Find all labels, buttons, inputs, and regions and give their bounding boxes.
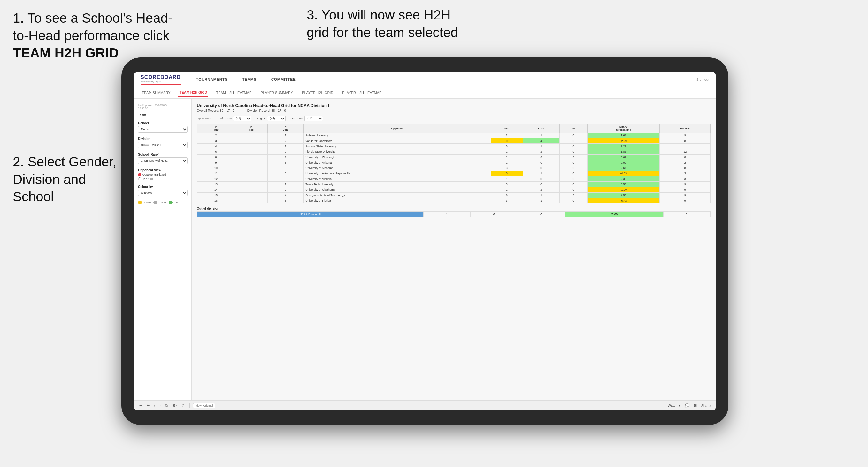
subnav-team-h2h-heatmap[interactable]: TEAM H2H HEATMAP (215, 89, 253, 96)
team-section: Team (138, 114, 188, 117)
view-original-btn[interactable]: View: Original (193, 403, 215, 408)
clock-btn[interactable]: ⏱ (180, 403, 186, 408)
td-reg (235, 165, 268, 171)
td-reg (235, 144, 268, 149)
td-reg (235, 171, 268, 176)
out-div-row: NCAA Division II 1 0 0 26.00 3 (197, 212, 711, 217)
annotation-1-bold: TEAM H2H GRID (13, 45, 119, 60)
td-reg (235, 133, 268, 138)
gender-select[interactable]: Men's (138, 126, 188, 132)
toolbar: ↩ ↪ ‹ › ⧉ ⊡ · ⏱ View: Original Watch ▾ 💬… (134, 400, 716, 410)
table-row: 142University of Oklahoma120-1.009 (197, 187, 711, 193)
nav-committee[interactable]: COMMITTEE (269, 76, 299, 83)
subnav-player-h2h-grid[interactable]: PLAYER H2H GRID (301, 89, 335, 96)
radio-opponents-played[interactable]: Opponents Played (138, 173, 188, 176)
table-row: 21Auburn University2101.679 (197, 133, 711, 138)
subnav-player-h2h-heatmap[interactable]: PLAYER H2H HEATMAP (341, 89, 383, 96)
subnav-team-summary[interactable]: TEAM SUMMARY (141, 89, 172, 96)
td-opponent: University of Virginia (304, 176, 491, 182)
undo-btn[interactable]: ↩ (138, 403, 144, 408)
opponent-select[interactable]: (All) (305, 116, 323, 121)
td-win: 0 (491, 171, 523, 176)
nav-sign-out[interactable]: | Sign out (694, 77, 709, 82)
th-loss: Loss (523, 124, 559, 133)
logo-bar (141, 84, 181, 85)
td-conf: 5 (268, 165, 304, 171)
out-div-division: NCAA Division II (197, 212, 424, 217)
annotation-1-text2: to-Head performance click (13, 28, 169, 43)
subnav-player-summary[interactable]: PLAYER SUMMARY (259, 89, 294, 96)
td-win: 3 (491, 165, 523, 171)
fwd-btn[interactable]: › (158, 403, 162, 408)
td-rank: 10 (197, 165, 235, 171)
td-loss: 0 (523, 155, 559, 160)
td-loss: 1 (523, 193, 559, 198)
table-row: 105University of Alabama3002.618 (197, 165, 711, 171)
subnav-team-h2h-grid[interactable]: TEAM H2H GRID (178, 89, 209, 97)
td-tie: 0 (559, 133, 587, 138)
copy-btn[interactable]: ⧉ (164, 403, 169, 408)
td-conf: 4 (268, 193, 304, 198)
out-div-rounds: 3 (663, 212, 710, 217)
radio-top100[interactable]: Top 100 (138, 177, 188, 181)
td-opponent: Georgia Institute of Technology (304, 193, 491, 198)
td-reg (235, 149, 268, 155)
table-row: 163University of Florida310-6.429 (197, 198, 711, 204)
td-reg (235, 176, 268, 182)
school-label: School (Rank) (138, 153, 188, 156)
annotation-3-line2: grid for the team selected (307, 25, 458, 40)
redo-btn[interactable]: ↪ (145, 403, 151, 408)
table-row: 154Georgia Institute of Technology6104.5… (197, 193, 711, 198)
td-conf: 1 (268, 133, 304, 138)
td-conf: 6 (268, 171, 304, 176)
conference-select[interactable]: (All) (233, 116, 251, 121)
colour-label: Colour by (138, 185, 188, 188)
out-div-loss: 0 (471, 212, 518, 217)
td-rounds: 9 (660, 133, 711, 138)
th-diff: Diff AvStrokes/Rnd (588, 124, 660, 133)
paste-btn[interactable]: ⊡ · (171, 403, 178, 408)
present-btn[interactable]: ⊞ (692, 403, 698, 408)
td-conf: 3 (268, 176, 304, 182)
back-btn[interactable]: ‹ (153, 403, 157, 408)
opponents-played-label: Opponents Played (143, 173, 166, 176)
td-rank: 15 (197, 193, 235, 198)
td-rounds (660, 144, 711, 149)
td-opponent: University of Washington (304, 155, 491, 160)
td-rank: 9 (197, 160, 235, 165)
td-opponent: Auburn University (304, 133, 491, 138)
td-rounds: 9 (660, 193, 711, 198)
comment-btn[interactable]: 💬 (684, 403, 691, 408)
td-conf: 1 (268, 144, 304, 149)
table-header-row: #Rank #Reg #Conf Opponent Win Loss Tie D… (197, 124, 711, 133)
gender-section: Gender Men's (138, 121, 188, 132)
nav-tournaments[interactable]: TOURNAMENTS (194, 76, 230, 83)
logo-text: SCOREBOARD (141, 74, 181, 80)
region-select[interactable]: (All) (267, 116, 286, 121)
td-diff: 2.33 (588, 176, 660, 182)
td-diff: 2.61 (588, 165, 660, 171)
colour-select[interactable]: Win/loss (138, 190, 188, 196)
watch-btn[interactable]: Watch ▾ (666, 403, 682, 408)
td-rounds: 12 (660, 149, 711, 155)
legend-down-label: Down (145, 201, 151, 204)
td-rounds: 9 (660, 187, 711, 193)
opponent-view-section: Opponent View Opponents Played Top 100 (138, 168, 188, 181)
td-win: 2 (491, 133, 523, 138)
legend-level-label: Level (160, 201, 166, 204)
legend-level-dot (153, 200, 157, 205)
td-tie: 0 (559, 171, 587, 176)
tablet-frame: SCOREBOARD Powered by clippi TOURNAMENTS… (121, 58, 728, 425)
nav-teams[interactable]: TEAMS (240, 76, 259, 83)
share-btn[interactable]: Share (700, 403, 712, 408)
school-select[interactable]: 1. University of Nort... (138, 157, 188, 164)
nav-bar: SCOREBOARD Powered by clippi TOURNAMENTS… (134, 72, 716, 87)
th-opponent: Opponent (304, 124, 491, 133)
td-tie: 0 (559, 160, 587, 165)
overall-record: Overall Record: 89 - 17 - 0 (197, 109, 235, 113)
division-select[interactable]: NCAA Division I (138, 142, 188, 148)
td-conf: 1 (268, 182, 304, 187)
region-filter: Region (All) (256, 116, 286, 121)
td-rank: 13 (197, 182, 235, 187)
td-conf: 2 (268, 187, 304, 193)
